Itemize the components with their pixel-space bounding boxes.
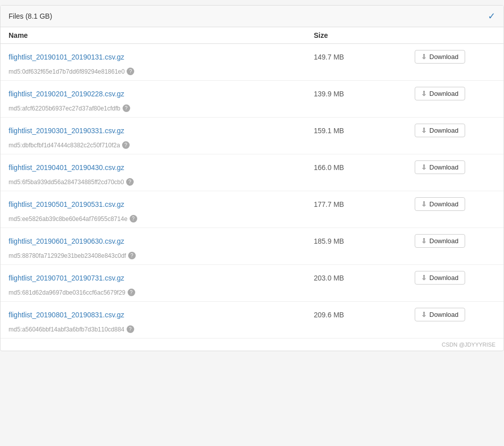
md5-text-7: md5:a56046bbf14abf3a6bfb7d3b110cd884 <box>9 326 125 333</box>
file-link-0[interactable]: flightlist_20190101_20190131.csv.gz <box>9 53 314 61</box>
md5-text-5: md5:88780fa712929e31beb23408e843c0df <box>9 252 126 259</box>
download-button-cell-2: ⇩ Download <box>415 124 495 137</box>
download-label-5: Download <box>429 237 459 245</box>
file-row-main-3: flightlist_20190401_20190430.csv.gz 166.… <box>1 154 503 178</box>
table-row: flightlist_20190601_20190630.csv.gz 185.… <box>1 228 503 265</box>
column-name-header: Name <box>9 31 314 39</box>
download-label-3: Download <box>429 163 459 171</box>
watermark: CSDN @JDYYYRISE <box>1 339 503 351</box>
files-header: Files (8.1 GB) ✓ <box>1 6 503 27</box>
md5-text-3: md5:6f5ba939dd56a284734885ff2cd70cb0 <box>9 179 124 186</box>
download-icon-7: ⇩ <box>421 311 427 318</box>
file-link-2[interactable]: flightlist_20190301_20190331.csv.gz <box>9 127 314 135</box>
download-icon-2: ⇩ <box>421 127 427 134</box>
file-row-main-0: flightlist_20190101_20190131.csv.gz 149.… <box>1 44 503 68</box>
download-button-cell-4: ⇩ Download <box>415 197 495 211</box>
file-row-meta-1: md5:afcf62205b6937ec27d37af80e1cfdfb ? <box>1 104 503 117</box>
file-row-meta-2: md5:dbfbcfbf1d47444c8382c2c50f710f2a ? <box>1 141 503 154</box>
help-icon-1[interactable]: ? <box>123 104 130 112</box>
file-row-meta-0: md5:0df632f65e1d7b7dd6f89294e81861e0 ? <box>1 68 503 80</box>
download-icon-0: ⇩ <box>421 53 427 61</box>
file-size-6: 203.0 MB <box>314 274 415 282</box>
file-link-6[interactable]: flightlist_20190701_20190731.csv.gz <box>9 274 314 282</box>
file-row-meta-4: md5:ee5826ab39c8be60e64af76955c8714e ? <box>1 215 503 228</box>
download-label-0: Download <box>429 53 459 61</box>
download-button-cell-7: ⇩ Download <box>415 308 495 321</box>
table-row: flightlist_20190201_20190228.csv.gz 139.… <box>1 81 503 118</box>
table-row: flightlist_20190101_20190131.csv.gz 149.… <box>1 44 503 81</box>
download-button-cell-0: ⇩ Download <box>415 50 495 64</box>
download-label-1: Download <box>429 90 459 97</box>
help-icon-3[interactable]: ? <box>126 178 134 186</box>
file-link-3[interactable]: flightlist_20190401_20190430.csv.gz <box>9 163 314 172</box>
download-icon-4: ⇩ <box>421 200 427 208</box>
column-action-header <box>415 31 495 39</box>
table-row: flightlist_20190701_20190731.csv.gz 203.… <box>1 265 503 302</box>
file-row-main-2: flightlist_20190301_20190331.csv.gz 159.… <box>1 118 503 141</box>
download-button-0[interactable]: ⇩ Download <box>415 50 465 64</box>
help-icon-2[interactable]: ? <box>122 141 130 149</box>
file-size-5: 185.9 MB <box>314 237 415 245</box>
help-icon-4[interactable]: ? <box>130 215 137 222</box>
file-size-1: 139.9 MB <box>314 90 415 98</box>
file-row-main-6: flightlist_20190701_20190731.csv.gz 203.… <box>1 265 503 289</box>
md5-text-4: md5:ee5826ab39c8be60e64af76955c8714e <box>9 215 128 222</box>
column-size-header: Size <box>314 31 415 39</box>
chevron-icon[interactable]: ✓ <box>488 11 495 22</box>
download-button-1[interactable]: ⇩ Download <box>415 87 465 100</box>
download-icon-3: ⇩ <box>421 163 427 171</box>
help-icon-6[interactable]: ? <box>128 289 135 296</box>
download-button-cell-1: ⇩ Download <box>415 87 495 100</box>
file-row-meta-3: md5:6f5ba939dd56a284734885ff2cd70cb0 ? <box>1 178 503 191</box>
file-row-main-1: flightlist_20190201_20190228.csv.gz 139.… <box>1 81 503 104</box>
download-label-7: Download <box>429 311 459 318</box>
md5-text-1: md5:afcf62205b6937ec27d37af80e1cfdfb <box>9 105 121 112</box>
help-icon-5[interactable]: ? <box>128 252 136 259</box>
file-link-5[interactable]: flightlist_20190601_20190630.csv.gz <box>9 237 314 245</box>
table-row: flightlist_20190401_20190430.csv.gz 166.… <box>1 154 503 191</box>
file-row-main-7: flightlist_20190801_20190831.csv.gz 209.… <box>1 302 503 325</box>
md5-text-0: md5:0df632f65e1d7b7dd6f89294e81861e0 <box>9 68 125 75</box>
file-row-meta-5: md5:88780fa712929e31beb23408e843c0df ? <box>1 252 503 264</box>
download-button-3[interactable]: ⇩ Download <box>415 160 465 174</box>
download-button-cell-5: ⇩ Download <box>415 234 495 248</box>
download-button-4[interactable]: ⇩ Download <box>415 197 465 211</box>
download-button-2[interactable]: ⇩ Download <box>415 124 465 137</box>
table-header: Name Size <box>1 27 503 44</box>
download-button-6[interactable]: ⇩ Download <box>415 271 465 285</box>
file-row-main-5: flightlist_20190601_20190630.csv.gz 185.… <box>1 228 503 252</box>
md5-text-2: md5:dbfbcfbf1d47444c8382c2c50f710f2a <box>9 142 120 149</box>
file-row-meta-6: md5:681d62da9697dbe0316ccf6ac5679f29 ? <box>1 289 503 301</box>
table-row: flightlist_20190501_20190531.csv.gz 177.… <box>1 191 503 228</box>
download-button-7[interactable]: ⇩ Download <box>415 308 465 321</box>
download-icon-6: ⇩ <box>421 274 427 282</box>
file-size-4: 177.7 MB <box>314 200 415 208</box>
download-label-2: Download <box>429 127 459 134</box>
file-link-4[interactable]: flightlist_20190501_20190531.csv.gz <box>9 200 314 208</box>
download-button-cell-3: ⇩ Download <box>415 160 495 174</box>
files-container: Files (8.1 GB) ✓ Name Size flightlist_20… <box>0 5 504 351</box>
table-row: flightlist_20190801_20190831.csv.gz 209.… <box>1 302 503 339</box>
help-icon-0[interactable]: ? <box>127 68 134 75</box>
download-icon-1: ⇩ <box>421 90 427 97</box>
file-size-0: 149.7 MB <box>314 53 415 61</box>
file-size-7: 209.6 MB <box>314 311 415 319</box>
file-link-7[interactable]: flightlist_20190801_20190831.csv.gz <box>9 311 314 319</box>
file-rows-container: flightlist_20190101_20190131.csv.gz 149.… <box>1 44 503 339</box>
file-size-2: 159.1 MB <box>314 127 415 135</box>
download-icon-5: ⇩ <box>421 237 427 245</box>
file-link-1[interactable]: flightlist_20190201_20190228.csv.gz <box>9 90 314 98</box>
download-button-cell-6: ⇩ Download <box>415 271 495 285</box>
download-label-6: Download <box>429 274 459 282</box>
download-button-5[interactable]: ⇩ Download <box>415 234 465 248</box>
files-title: Files (8.1 GB) <box>9 12 52 20</box>
file-row-main-4: flightlist_20190501_20190531.csv.gz 177.… <box>1 191 503 215</box>
download-label-4: Download <box>429 200 459 208</box>
file-row-meta-7: md5:a56046bbf14abf3a6bfb7d3b110cd884 ? <box>1 325 503 338</box>
md5-text-6: md5:681d62da9697dbe0316ccf6ac5679f29 <box>9 289 126 296</box>
help-icon-7[interactable]: ? <box>127 325 134 333</box>
file-size-3: 166.0 MB <box>314 163 415 172</box>
table-row: flightlist_20190301_20190331.csv.gz 159.… <box>1 118 503 154</box>
